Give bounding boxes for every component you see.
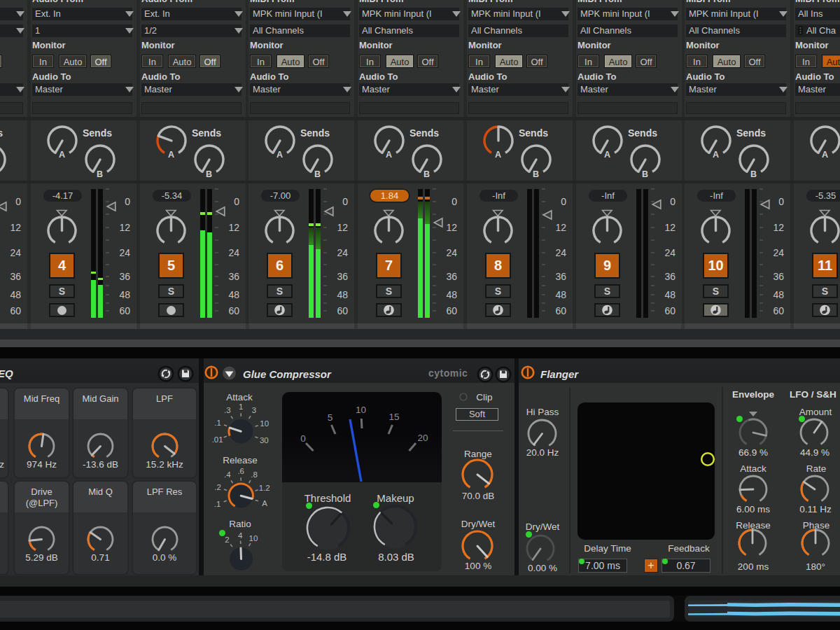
svg-text:1: 1 — [239, 402, 243, 411]
svg-text:15: 15 — [388, 412, 399, 422]
svg-text:10: 10 — [356, 405, 366, 415]
svg-text:20: 20 — [417, 433, 428, 443]
svg-text:.4: .4 — [224, 470, 231, 479]
svg-text:4: 4 — [238, 531, 243, 539]
svg-text:A: A — [262, 498, 267, 507]
svg-text:30: 30 — [260, 436, 269, 444]
svg-text:1.2: 1.2 — [259, 483, 270, 491]
svg-text:.3: .3 — [224, 406, 231, 414]
svg-text:3: 3 — [252, 406, 256, 414]
svg-text:2: 2 — [225, 536, 229, 544]
svg-text:.01: .01 — [211, 435, 223, 444]
svg-text:.2: .2 — [214, 482, 221, 491]
svg-text:0: 0 — [300, 433, 306, 444]
svg-text:.8: .8 — [251, 470, 258, 479]
svg-text:.1: .1 — [214, 500, 221, 508]
svg-text:10: 10 — [260, 419, 269, 427]
svg-text:10: 10 — [248, 534, 258, 542]
svg-text:5: 5 — [328, 412, 333, 423]
svg-text:.6: .6 — [237, 467, 244, 475]
svg-text:.1: .1 — [214, 418, 221, 426]
